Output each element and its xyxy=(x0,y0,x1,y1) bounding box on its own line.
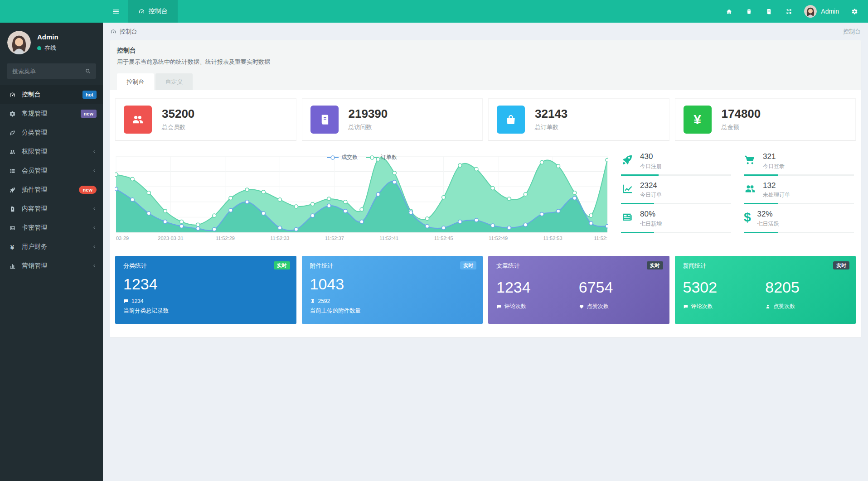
chevron-left-icon xyxy=(91,149,97,154)
newspaper-icon xyxy=(621,211,634,224)
legend-label: 订单数 xyxy=(381,154,397,161)
summary-sub-value: 1234 xyxy=(131,298,144,304)
svg-text:11:52:33: 11:52:33 xyxy=(270,236,289,241)
hamburger-icon xyxy=(112,8,120,15)
stat-value: 35200 xyxy=(162,108,194,120)
progress-bar xyxy=(621,174,731,176)
stat-card-icon xyxy=(310,106,339,134)
legend-orders[interactable]: 订单数 xyxy=(366,154,397,161)
summary-card-caption: 当前上传的附件数量 xyxy=(310,307,475,315)
summary-col-label: 点赞次数 xyxy=(773,303,795,310)
sidebar-item-marketing[interactable]: 营销管理 xyxy=(0,256,103,275)
summary-col-label: 点赞次数 xyxy=(587,303,609,310)
chevron-left-icon xyxy=(91,263,97,269)
sidebar-item-label: 会员管理 xyxy=(22,167,91,175)
trash-icon xyxy=(746,8,752,15)
sidebar-toggle-button[interactable] xyxy=(103,0,128,23)
mini-stat-value: 80% xyxy=(640,210,662,219)
trash-button[interactable] xyxy=(739,0,759,23)
sidebar-item-label: 分类管理 xyxy=(22,129,103,137)
summary-card-value: 1234 xyxy=(496,279,579,296)
summary-sub-value: 2592 xyxy=(318,298,330,304)
cogs-icon xyxy=(851,8,858,15)
sidebar: Admin 在线 控制台hot常规管理new分类管理权限管理会员管理插件管理ne… xyxy=(0,23,103,481)
comment-icon xyxy=(683,304,689,309)
summary-card-title: 文章统计 xyxy=(496,262,661,270)
mini-stat-label: 今日订单 xyxy=(640,191,662,199)
home-icon xyxy=(726,8,732,15)
comment-icon xyxy=(123,298,129,304)
mini-stat-today-orders: 2324今日订单 xyxy=(621,182,731,205)
hourglass-icon xyxy=(310,298,315,304)
summary-card-value: 5302 xyxy=(683,279,766,296)
chevron-left-icon xyxy=(91,168,97,173)
tab-custom[interactable]: 自定义 xyxy=(155,73,193,90)
main-content: 控制台 控制台 控制台 用于展示当前系统中的统计数据、统计报表及重要实时数据 控… xyxy=(103,23,868,481)
legend-deals[interactable]: 成交数 xyxy=(326,154,358,161)
sidebar-item-dashboard[interactable]: 控制台hot xyxy=(0,85,103,104)
yen-icon: ¥ xyxy=(8,244,16,250)
expand-button[interactable] xyxy=(779,0,799,23)
stat-card-icon: ¥ xyxy=(684,106,712,134)
sidebar-item-label: 用户财务 xyxy=(22,243,91,251)
home-button[interactable] xyxy=(719,0,739,23)
stat-card-total-visits: 219390总访问数 xyxy=(302,98,483,141)
mini-stat-label: 七日新增 xyxy=(640,220,662,228)
sidebar-item-category[interactable]: 分类管理 xyxy=(0,123,103,142)
page-description: 用于展示当前系统中的统计数据、统计报表及重要实时数据 xyxy=(117,58,854,66)
realtime-badge: 实时 xyxy=(647,261,663,269)
summary-card-value: 6754 xyxy=(579,279,661,296)
search-input[interactable] xyxy=(7,68,85,75)
user-avatar[interactable] xyxy=(7,31,31,54)
mini-stat-label: 未处理订单 xyxy=(763,191,790,199)
sidebar-menu: 控制台hot常规管理new分类管理权限管理会员管理插件管理new内容管理卡密管理… xyxy=(0,85,103,275)
dollar-icon: $ xyxy=(744,211,751,224)
sidebar-item-content[interactable]: 内容管理 xyxy=(0,199,103,218)
stat-label: 总订单数 xyxy=(535,123,567,131)
stat-card-total-members: 35200总会员数 xyxy=(115,98,296,141)
sidebar-item-member[interactable]: 会员管理 xyxy=(0,161,103,180)
stat-label: 总访问数 xyxy=(349,123,388,131)
summary-card-value: 1043 xyxy=(310,276,475,293)
settings-button[interactable] xyxy=(844,0,864,23)
progress-bar xyxy=(744,203,854,204)
stat-value: 174800 xyxy=(722,108,761,120)
sidebar-item-cardkey[interactable]: 卡密管理 xyxy=(0,218,103,237)
summary-card-category-stats: 分类统计实时12341234当前分类总记录数 xyxy=(115,256,296,324)
gauge-icon xyxy=(138,8,145,15)
search-button[interactable] xyxy=(85,68,96,74)
chart-legend: 成交数订单数 xyxy=(115,154,608,161)
summary-card-article-stats: 文章统计实时1234评论次数6754点赞次数 xyxy=(488,256,669,324)
stat-card-total-amount: ¥174800总金额 xyxy=(675,98,856,141)
summary-card-title: 新闻统计 xyxy=(683,262,848,270)
sidebar-user-panel: Admin 在线 xyxy=(0,23,103,61)
tab-dashboard[interactable]: 控制台 xyxy=(117,73,154,90)
realtime-badge: 实时 xyxy=(274,261,290,269)
user-name: Admin xyxy=(37,33,58,41)
svg-text:2023-03-31: 2023-03-31 xyxy=(158,236,183,241)
sidebar-item-label: 控制台 xyxy=(22,91,82,99)
breadcrumb-current: 控制台 xyxy=(120,28,137,36)
users-icon xyxy=(744,183,756,195)
users-icon xyxy=(8,149,16,155)
user-menu[interactable]: Admin xyxy=(799,5,844,18)
sidebar-item-label: 卡密管理 xyxy=(22,224,91,232)
navbar-tab-dashboard[interactable]: 控制台 xyxy=(128,0,178,23)
sidebar-item-finance[interactable]: ¥用户财务 xyxy=(0,237,103,256)
page-title: 控制台 xyxy=(117,47,854,55)
document-button[interactable] xyxy=(759,0,779,23)
legend-label: 成交数 xyxy=(341,154,358,161)
mini-stat-seven-day-active: $32%七日活跃 xyxy=(744,210,854,233)
online-status-dot xyxy=(37,46,41,50)
user-avatar xyxy=(804,5,817,18)
sidebar-item-permission[interactable]: 权限管理 xyxy=(0,142,103,161)
stat-card-icon xyxy=(497,106,525,134)
sidebar-item-general[interactable]: 常规管理new xyxy=(0,104,103,123)
chevron-left-icon xyxy=(91,206,97,212)
user-name: Admin xyxy=(821,8,839,15)
sidebar-item-plugin[interactable]: 插件管理new xyxy=(0,180,103,199)
orders-chart: 成交数订单数 03-292023-03-3111:52:2911:52:3311… xyxy=(115,153,608,243)
file-icon xyxy=(8,206,16,212)
rocket-icon xyxy=(621,154,634,166)
stat-cards-row: 35200总会员数219390总访问数32143总订单数¥174800总金额 xyxy=(115,98,856,141)
